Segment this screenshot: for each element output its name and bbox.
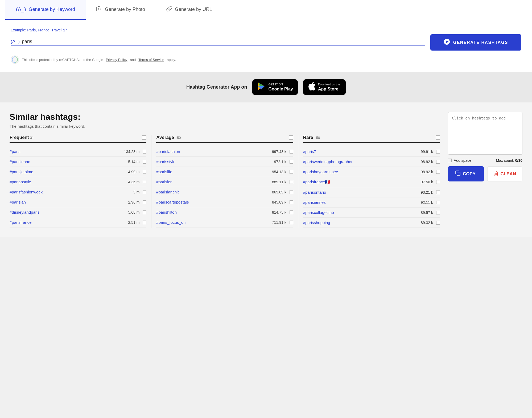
hashtag-row: #paris799.91 k xyxy=(303,147,440,157)
input-section: Example: Paris, France, Travel girl (A_)… xyxy=(0,20,532,72)
hashtag-count: 89.32 k xyxy=(421,221,433,225)
hashtag-row: #parisfrance🇫🇷97.56 k xyxy=(303,177,440,187)
hashtag-row-checkbox[interactable] xyxy=(290,160,293,164)
hashtag-count: 3 m xyxy=(133,190,139,194)
keyword-input-wrap: (A_) xyxy=(11,39,425,46)
hashtag-link[interactable]: #parisien xyxy=(156,180,270,184)
hashtag-row-checkbox[interactable] xyxy=(143,160,146,164)
hashtag-link[interactable]: #parisontario xyxy=(303,190,419,194)
hashtag-link[interactable]: #parisienne xyxy=(10,159,127,164)
hashtag-link[interactable]: #parishilton xyxy=(156,210,270,214)
google-play-top: GET IT ON xyxy=(268,83,293,86)
hashtag-row-checkbox[interactable] xyxy=(436,150,440,154)
hashtag-count: 99.91 k xyxy=(421,150,433,154)
hashtag-row-checkbox[interactable] xyxy=(290,190,293,194)
hashtag-row-checkbox[interactable] xyxy=(436,191,440,194)
hashtag-row: #parisstyle972.1 k xyxy=(156,157,293,167)
hashtag-row-checkbox[interactable] xyxy=(436,170,440,174)
hashtag-link[interactable]: #parisfashionweek xyxy=(10,190,132,194)
hashtag-row-checkbox[interactable] xyxy=(436,201,440,204)
hashtag-col-frequent: Frequent31#paris134.23 m#parisienne5.14 … xyxy=(10,135,151,228)
hashtag-count: 997.43 k xyxy=(272,150,286,154)
hashtag-row-checkbox[interactable] xyxy=(436,180,440,184)
hashtag-collection-textarea[interactable] xyxy=(448,112,522,155)
hashtag-count: 134.23 m xyxy=(124,150,139,154)
hashtag-link[interactable]: #pariscartepostale xyxy=(156,200,270,204)
sidebar-panel: Add space Max count: 0/30 COPY xyxy=(448,112,522,228)
hashtag-row-checkbox[interactable] xyxy=(143,170,146,174)
recaptcha-text: This site is protected by reCAPTCHA and … xyxy=(22,58,103,62)
recaptcha-icon xyxy=(11,55,19,64)
hashtag-row-checkbox[interactable] xyxy=(143,180,146,184)
hashtag-link[interactable]: #parislife xyxy=(156,169,270,174)
hashtag-link[interactable]: #parisianchic xyxy=(156,190,270,194)
generate-btn-label: GENERATE HASHTAGS xyxy=(453,40,508,45)
hashtag-count: 93.21 k xyxy=(421,190,433,194)
hashtag-row: #parishaydarmusée98.92 k xyxy=(303,167,440,177)
app-store-button[interactable]: Download on the App Store xyxy=(303,79,346,95)
clean-button[interactable]: CLEAN xyxy=(487,166,522,181)
hashtag-count: 97.56 k xyxy=(421,180,433,184)
hashtag-row: #paris_focus_on711.91 k xyxy=(156,217,293,227)
hashtag-count: 954.13 k xyxy=(272,170,286,174)
hashtag-row-checkbox[interactable] xyxy=(436,221,440,225)
hashtag-row-checkbox[interactable] xyxy=(143,150,146,154)
col-select-all-average[interactable] xyxy=(289,135,293,140)
max-count-display: Max count: 0/30 xyxy=(496,158,522,163)
tab-photo-label: Generate by Photo xyxy=(105,7,145,12)
hashtag-row: #parisjetaime4.99 m xyxy=(10,167,146,177)
hashtag-count: 89.57 k xyxy=(421,210,433,215)
hashtag-count: 5.68 m xyxy=(128,210,140,214)
hashtag-row-checkbox[interactable] xyxy=(436,211,440,214)
app-store-top: Download on the xyxy=(318,83,340,86)
hashtag-link[interactable]: #parisweddingphotographer xyxy=(303,159,419,164)
hashtag-link[interactable]: #parisshopping xyxy=(303,220,419,225)
recaptcha-privacy-link[interactable]: Privacy Policy xyxy=(106,58,127,62)
col-select-all-rare[interactable] xyxy=(436,135,440,140)
hashtag-link[interactable]: #parisjetaime xyxy=(10,169,127,174)
hashtag-link[interactable]: #parisfrance xyxy=(10,220,127,225)
columns-row: Frequent31#paris134.23 m#parisienne5.14 … xyxy=(10,135,440,228)
hashtag-row-checkbox[interactable] xyxy=(290,221,293,224)
hashtag-link[interactable]: #parisfrance🇫🇷 xyxy=(303,180,419,184)
keyword-prefix-icon: (A_) xyxy=(11,39,20,44)
add-space-checkbox[interactable] xyxy=(448,159,452,162)
hashtag-row-checkbox[interactable] xyxy=(290,210,293,214)
hashtag-link[interactable]: #pariscollageclub xyxy=(303,210,419,215)
hashtag-count: 865.89 k xyxy=(272,190,286,194)
hashtag-count: 92.11 k xyxy=(421,200,433,205)
hashtag-link[interactable]: #paris7 xyxy=(303,149,419,154)
hashtag-row-checkbox[interactable] xyxy=(143,221,146,224)
hashtag-row-checkbox[interactable] xyxy=(143,200,146,204)
hashtag-row-checkbox[interactable] xyxy=(290,200,293,204)
hashtag-row-checkbox[interactable] xyxy=(290,170,293,174)
add-space-row: Add space xyxy=(448,158,471,163)
hashtag-link[interactable]: #parisiennes xyxy=(303,200,419,205)
hashtag-row-checkbox[interactable] xyxy=(436,160,440,164)
hashtag-link[interactable]: #disneylandparis xyxy=(10,210,127,214)
hashtag-link[interactable]: #paris xyxy=(10,149,122,154)
hashtag-row-checkbox[interactable] xyxy=(290,150,293,154)
hashtag-link[interactable]: #paris_focus_on xyxy=(156,220,270,225)
tab-keyword[interactable]: (A_) Generate by Keyword xyxy=(5,0,86,20)
generate-button[interactable]: GENERATE HASHTAGS xyxy=(430,34,521,51)
hashtag-link[interactable]: #parisstyle xyxy=(156,159,272,164)
hashtag-link[interactable]: #parisian xyxy=(10,200,127,204)
keyword-input[interactable] xyxy=(22,39,425,44)
hashtag-row-checkbox[interactable] xyxy=(290,180,293,184)
tab-photo[interactable]: Generate by Photo xyxy=(86,0,156,20)
hashtag-row: #paris134.23 m xyxy=(10,147,146,157)
hashtag-link[interactable]: #parisfashion xyxy=(156,149,270,154)
hashtag-link[interactable]: #parianstyle xyxy=(10,180,127,184)
copy-button[interactable]: COPY xyxy=(448,166,484,181)
google-play-button[interactable]: GET IT ON Google Play xyxy=(252,79,298,95)
hashtag-link[interactable]: #parishaydarmusée xyxy=(303,169,419,174)
hashtag-count: 711.91 k xyxy=(272,220,286,225)
svg-point-1 xyxy=(98,8,100,10)
col-select-all-frequent[interactable] xyxy=(142,135,146,140)
hashtag-row-checkbox[interactable] xyxy=(143,190,146,194)
hashtag-row-checkbox[interactable] xyxy=(143,210,146,214)
recaptcha-terms-link[interactable]: Terms of Service xyxy=(138,58,164,62)
google-play-main: Google Play xyxy=(268,86,293,92)
tab-url[interactable]: Generate by URL xyxy=(156,0,223,20)
